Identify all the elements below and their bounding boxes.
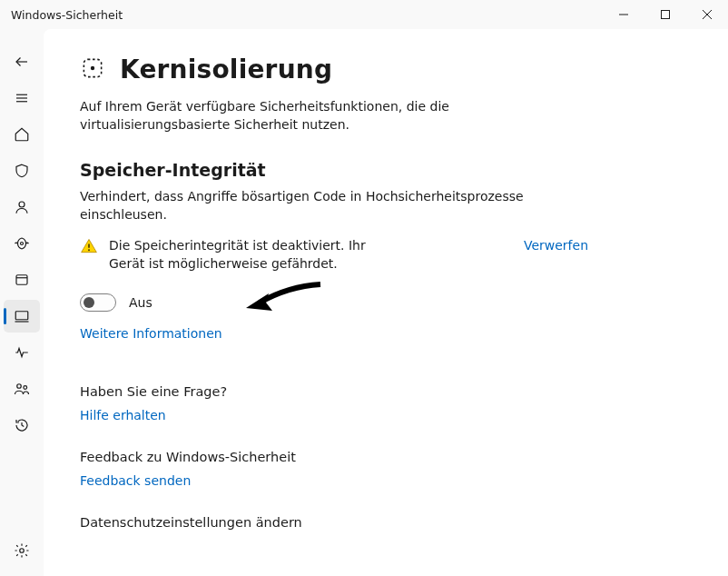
nav-firewall[interactable] bbox=[4, 227, 40, 260]
warning-icon bbox=[80, 237, 98, 255]
nav-account-protection[interactable] bbox=[4, 191, 40, 223]
nav-protection-history[interactable] bbox=[4, 409, 40, 442]
svg-point-8 bbox=[19, 202, 25, 207]
svg-point-15 bbox=[24, 386, 27, 390]
menu-button[interactable] bbox=[4, 82, 40, 114]
minimize-button[interactable] bbox=[603, 0, 644, 29]
nav-app-browser-control[interactable] bbox=[4, 263, 40, 296]
back-button[interactable] bbox=[4, 45, 40, 78]
svg-point-14 bbox=[17, 384, 22, 389]
nav-virus-protection[interactable] bbox=[4, 154, 40, 187]
more-info-link[interactable]: Weitere Informationen bbox=[80, 326, 692, 341]
nav-home[interactable] bbox=[4, 118, 40, 151]
window-controls bbox=[603, 0, 728, 29]
dismiss-link[interactable]: Verwerfen bbox=[524, 236, 588, 253]
warning-row: Die Speicherintegrität ist deaktiviert. … bbox=[80, 236, 588, 273]
feedback-heading: Feedback zu Windows-Sicherheit bbox=[80, 450, 692, 464]
memory-integrity-heading: Speicher-Integrität bbox=[80, 160, 692, 180]
annotation-arrow-icon bbox=[243, 277, 325, 323]
help-link[interactable]: Hilfe erhalten bbox=[80, 408, 692, 422]
svg-rect-12 bbox=[15, 312, 28, 320]
svg-point-16 bbox=[20, 549, 25, 553]
svg-point-20 bbox=[88, 249, 90, 251]
memory-integrity-toggle[interactable] bbox=[80, 293, 116, 312]
page-subtitle: Auf Ihrem Gerät verfügbare Sicherheitsfu… bbox=[80, 97, 552, 134]
svg-point-9 bbox=[21, 243, 24, 245]
nav-device-security[interactable] bbox=[4, 300, 40, 333]
svg-point-18 bbox=[91, 66, 94, 70]
titlebar: Windows-Sicherheit bbox=[0, 0, 728, 29]
window-title: Windows-Sicherheit bbox=[11, 8, 123, 22]
sidebar bbox=[0, 29, 44, 576]
svg-rect-1 bbox=[662, 11, 670, 19]
privacy-heading: Datenschutzeinstellungen ändern bbox=[80, 515, 692, 530]
svg-rect-10 bbox=[16, 275, 27, 285]
warning-text: Die Speicherintegrität ist deaktiviert. … bbox=[109, 236, 399, 273]
maximize-button[interactable] bbox=[644, 0, 686, 29]
nav-settings[interactable] bbox=[4, 534, 40, 567]
nav-device-performance[interactable] bbox=[4, 336, 40, 369]
toggle-state-label: Aus bbox=[129, 295, 152, 310]
memory-integrity-description: Verhindert, dass Angriffe bösartigen Cod… bbox=[80, 187, 552, 224]
memory-integrity-toggle-row: Aus bbox=[80, 293, 692, 312]
content-area: Kernisolierung Auf Ihrem Gerät verfügbar… bbox=[44, 29, 728, 576]
page-title: Kernisolierung bbox=[120, 55, 332, 84]
nav-family-options[interactable] bbox=[4, 372, 40, 405]
core-isolation-icon bbox=[80, 55, 105, 84]
feedback-link[interactable]: Feedback senden bbox=[80, 473, 692, 488]
close-button[interactable] bbox=[686, 0, 728, 29]
help-heading: Haben Sie eine Frage? bbox=[80, 384, 692, 399]
